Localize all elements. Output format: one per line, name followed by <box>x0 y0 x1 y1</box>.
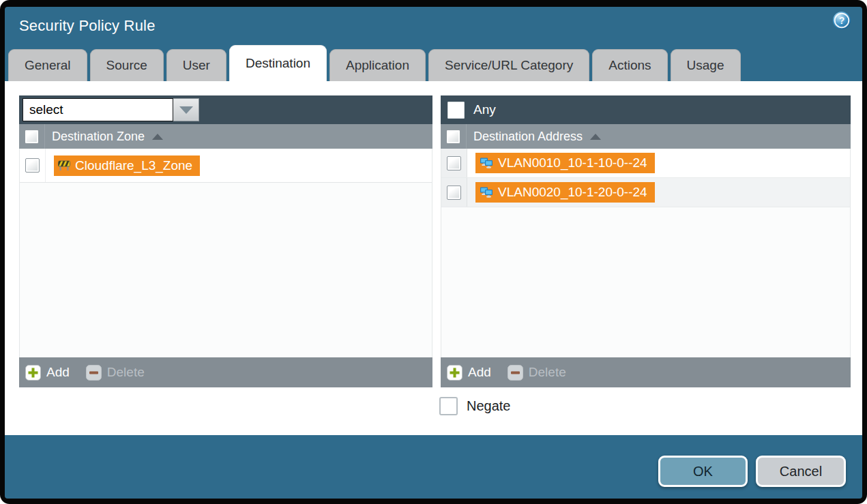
address-row-checkbox-cell <box>441 149 467 177</box>
address-list: VLAN0010_10-1-10-0--24 <box>441 149 851 357</box>
tab-application-label: Application <box>346 58 409 73</box>
tab-general[interactable]: General <box>8 49 87 81</box>
zone-panel-footer: Add Delete <box>19 357 432 387</box>
address-select-all-cell <box>441 124 467 149</box>
address-item-vlan0020[interactable]: VLAN0020_10-1-20-0--24 <box>475 182 655 203</box>
negate-checkbox[interactable] <box>439 397 458 415</box>
dialog-title: Security Policy Rule <box>19 17 156 35</box>
zone-row-checkbox-cell <box>20 149 46 182</box>
zone-list-row: Cloudflare_L3_Zone <box>20 149 432 183</box>
zone-select-all-cell <box>19 124 45 149</box>
address-item-label: VLAN0020_10-1-20-0--24 <box>498 185 647 200</box>
address-column-header-label: Destination Address <box>473 130 583 144</box>
add-icon <box>25 365 41 381</box>
zone-column-header[interactable]: Destination Zone <box>45 124 163 149</box>
address-icon <box>480 158 493 169</box>
ok-button[interactable]: OK <box>658 456 748 487</box>
any-checkbox[interactable] <box>447 102 465 119</box>
sort-ascending-icon <box>152 134 163 140</box>
address-row-checkbox-cell <box>441 178 467 207</box>
address-row-checkbox[interactable] <box>447 186 461 200</box>
tab-user-label: User <box>183 58 210 73</box>
sort-ascending-icon <box>590 134 601 140</box>
address-list-row: VLAN0020_10-1-20-0--24 <box>441 178 850 207</box>
zone-delete-label: Delete <box>107 365 145 380</box>
svg-text:?: ? <box>839 15 845 26</box>
tab-source-label: Source <box>106 58 147 73</box>
negate-row: Negate <box>439 397 851 415</box>
delete-icon <box>508 365 523 381</box>
tab-user[interactable]: User <box>166 49 226 81</box>
tab-service-url-category-label: Service/URL Category <box>445 58 573 73</box>
address-list-row: VLAN0010_10-1-10-0--24 <box>441 149 850 178</box>
address-add-label: Add <box>468 365 491 380</box>
tab-service-url-category[interactable]: Service/URL Category <box>428 49 589 81</box>
zone-row-checkbox[interactable] <box>25 158 40 173</box>
address-add-button[interactable]: Add <box>447 365 491 381</box>
zone-type-select[interactable]: select <box>23 98 199 121</box>
tab-actions[interactable]: Actions <box>592 49 667 81</box>
delete-icon <box>86 365 102 381</box>
zone-list: Cloudflare_L3_Zone <box>19 149 432 357</box>
help-icon[interactable]: ? <box>832 11 851 30</box>
address-delete-label: Delete <box>529 365 566 380</box>
address-item-vlan0010[interactable]: VLAN0010_10-1-10-0--24 <box>475 153 655 173</box>
zone-item-label: Cloudflare_L3_Zone <box>75 158 192 173</box>
tab-destination-label: Destination <box>246 56 310 71</box>
zone-icon <box>58 160 70 171</box>
negate-label: Negate <box>467 398 511 414</box>
address-icon <box>480 187 493 198</box>
add-icon <box>447 365 462 381</box>
dialog-button-bar: OK Cancel <box>5 435 862 499</box>
zone-item-cloudflare-l3-zone[interactable]: Cloudflare_L3_Zone <box>54 155 200 176</box>
address-select-all-checkbox[interactable] <box>446 130 460 144</box>
any-label: Any <box>473 102 496 117</box>
address-row-checkbox[interactable] <box>447 156 461 171</box>
zone-delete-button[interactable]: Delete <box>86 365 145 381</box>
chevron-down-icon <box>179 106 193 114</box>
tab-source[interactable]: Source <box>90 49 164 81</box>
tab-application[interactable]: Application <box>329 49 426 81</box>
address-delete-button[interactable]: Delete <box>508 365 566 381</box>
zone-select-all-checkbox[interactable] <box>25 130 39 144</box>
zone-add-label: Add <box>46 365 70 380</box>
screen: Security Policy Rule ? General Source U <box>0 0 867 504</box>
tab-actions-label: Actions <box>608 58 651 73</box>
address-panel-toolbar: Any <box>441 95 851 124</box>
cancel-button[interactable]: Cancel <box>756 456 846 487</box>
tab-general-label: General <box>25 58 71 73</box>
address-column-header[interactable]: Destination Address <box>467 124 601 149</box>
tab-usage-label: Usage <box>687 58 724 73</box>
zone-add-button[interactable]: Add <box>25 365 70 381</box>
address-column-header-row: Destination Address <box>441 124 851 149</box>
tab-bar: General Source User Destination Applicat… <box>5 45 862 81</box>
destination-tab-content: select Destination Zone <box>5 81 862 435</box>
zone-column-header-row: Destination Zone <box>19 124 432 149</box>
destination-address-panel: Any Destination Address <box>441 95 851 387</box>
address-panel-footer: Add Delete <box>441 357 851 387</box>
zone-panel-toolbar: select <box>19 95 432 124</box>
titlebar: Security Policy Rule ? <box>5 7 862 45</box>
destination-zone-panel: select Destination Zone <box>19 95 432 387</box>
zone-type-select-button[interactable] <box>173 98 199 121</box>
address-item-label: VLAN0010_10-1-10-0--24 <box>498 155 647 171</box>
tab-usage[interactable]: Usage <box>671 49 741 81</box>
tab-destination[interactable]: Destination <box>229 45 327 81</box>
zone-column-header-label: Destination Zone <box>52 130 145 144</box>
security-policy-rule-dialog: Security Policy Rule ? General Source U <box>5 7 862 499</box>
zone-type-select-value[interactable]: select <box>23 98 173 121</box>
